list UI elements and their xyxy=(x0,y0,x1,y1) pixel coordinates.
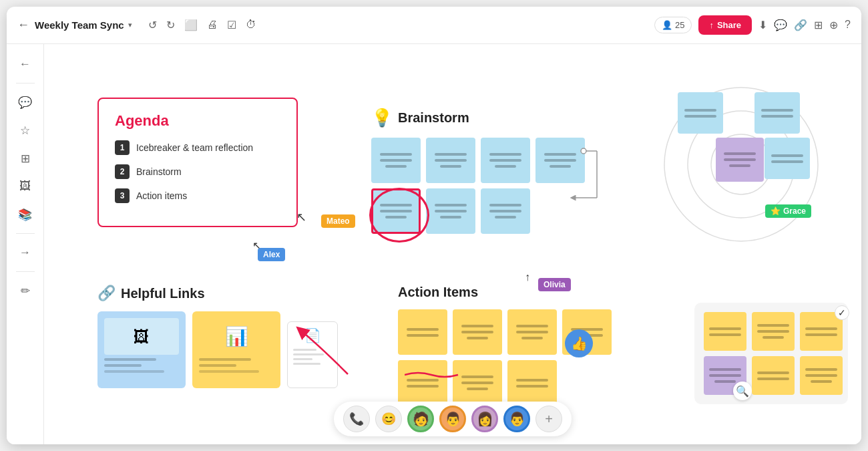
sidebar-grid-icon[interactable]: ⊞ xyxy=(13,146,37,170)
helpful-links-section: 🔗 Helpful Links 🖼 xyxy=(97,285,338,388)
panel-sticky-3[interactable]: ✓ xyxy=(800,312,843,351)
agenda-item-2: 2 Brainstorm xyxy=(115,164,280,179)
avatar-2[interactable]: 👨 xyxy=(439,406,466,432)
redo-icon[interactable]: ↻ xyxy=(166,19,175,31)
link-icon[interactable]: 🔗 xyxy=(794,19,807,31)
action-sticky[interactable] xyxy=(453,360,502,406)
share-button[interactable]: ↑ Share xyxy=(698,15,752,35)
main-area: ← 💬 ☆ ⊞ 🖼 📚 → ✏ Agenda 1 Icebreaker & te… xyxy=(7,44,861,444)
agenda-num-3: 3 xyxy=(115,188,130,203)
circle-sticky-purple[interactable] xyxy=(716,138,764,182)
bottom-bar: 📞 😊 🧑 👨 👩 👨 + xyxy=(334,402,572,436)
chat-icon[interactable]: 💬 xyxy=(774,19,787,31)
bulb-icon: 💡 xyxy=(371,108,393,128)
svg-point-3 xyxy=(581,148,586,154)
cursor-mateo-arrow: ↖ xyxy=(296,210,306,224)
circle-sticky-2[interactable] xyxy=(754,92,800,134)
sidebar-export-icon[interactable]: → xyxy=(13,241,37,265)
panel-sticky-4[interactable] xyxy=(752,356,795,395)
panel-sticky-5[interactable] xyxy=(800,356,843,395)
task-icon[interactable]: ☑ xyxy=(227,19,236,31)
agenda-item-1: 1 Icebreaker & team reflection xyxy=(115,140,280,155)
app-window: ← Weekly Team Sync ▾ ↺ ↻ ⬜ 🖨 ☑ ⏱ 👤 25 ↑ … xyxy=(7,7,861,444)
agenda-title: Agenda xyxy=(115,112,280,130)
user-count-number: 25 xyxy=(675,20,684,30)
brainstorm-title: 💡 Brainstorm xyxy=(371,108,618,128)
agenda-text-3: Action items xyxy=(136,190,187,201)
sticky-with-connector xyxy=(535,138,585,183)
agenda-num-1: 1 xyxy=(115,140,130,155)
sticky-note[interactable] xyxy=(426,188,475,234)
topbar-action-icons: ⬇ 💬 🔗 ⊞ ⊕ ? xyxy=(758,19,851,31)
undo-icon[interactable]: ↺ xyxy=(148,19,157,31)
empty-cell xyxy=(535,188,585,234)
canvas[interactable]: Agenda 1 Icebreaker & team reflection 2 … xyxy=(44,44,861,444)
sticky-note[interactable] xyxy=(426,138,475,183)
panel-sticky-purple[interactable]: 🔍 xyxy=(704,356,746,395)
sidebar-comments-icon[interactable]: 💬 xyxy=(13,90,37,114)
panel-sticky-2[interactable] xyxy=(752,312,795,351)
sidebar-pen-icon[interactable]: ✏ xyxy=(13,279,37,303)
circle-sticky-1[interactable] xyxy=(678,92,723,134)
action-sticky[interactable] xyxy=(507,360,557,406)
sidebar-star-icon[interactable]: ☆ xyxy=(13,118,37,142)
red-scribble-svg xyxy=(405,369,465,379)
sidebar-library-icon[interactable]: 📚 xyxy=(13,202,37,227)
grace-label: Grace xyxy=(783,206,806,216)
link-card-yellow[interactable]: 📊 xyxy=(192,311,280,388)
share-label: Share xyxy=(717,20,741,30)
frame-icon[interactable]: ⬜ xyxy=(184,19,198,31)
sticky-note[interactable] xyxy=(535,138,585,183)
action-sticky[interactable] xyxy=(398,360,447,406)
sidebar-back-icon[interactable]: ← xyxy=(13,52,37,76)
help-icon[interactable]: ? xyxy=(845,19,851,31)
phone-button[interactable]: 📞 xyxy=(343,406,370,432)
cursor-label-alex: Alex xyxy=(258,248,285,261)
zoom-icon[interactable]: 🔍 xyxy=(733,382,752,400)
topbar-right: 👤 25 ↑ Share ⬇ 💬 🔗 ⊞ ⊕ ? xyxy=(654,15,851,35)
grid-view-icon[interactable]: ⊞ xyxy=(814,19,823,31)
circle-sticky-blue-2[interactable] xyxy=(765,138,810,179)
agenda-text-1: Icebreaker & team reflection xyxy=(136,142,253,153)
pink-arrow-svg xyxy=(308,327,361,381)
empty-action-cell xyxy=(562,360,612,406)
sticky-note[interactable] xyxy=(481,188,530,234)
agenda-item-3: 3 Action items xyxy=(115,188,280,203)
avatar-1[interactable]: 🧑 xyxy=(407,406,434,432)
sticky-note[interactable] xyxy=(481,138,530,183)
thumbs-up-reaction[interactable]: 👍 xyxy=(565,329,593,357)
action-items-title: Action Items xyxy=(398,285,625,300)
action-sticky[interactable] xyxy=(398,309,447,355)
back-icon[interactable]: ← xyxy=(17,18,29,32)
print-icon[interactable]: 🖨 xyxy=(207,19,218,31)
sticky-note-highlighted[interactable] xyxy=(371,188,421,234)
emoji-button[interactable]: 😊 xyxy=(375,406,402,432)
add-user-button[interactable]: + xyxy=(535,406,562,432)
brainstorm-grid xyxy=(371,138,618,234)
action-sticky[interactable] xyxy=(507,309,557,355)
zoom-in-icon[interactable]: ⊕ xyxy=(829,19,838,31)
link-card-blue[interactable]: 🖼 xyxy=(97,311,186,388)
sidebar-image-icon[interactable]: 🖼 xyxy=(13,174,37,198)
left-sidebar: ← 💬 ☆ ⊞ 🖼 📚 → ✏ xyxy=(7,44,44,444)
agenda-text-2: Brainstorm xyxy=(136,166,182,177)
action-sticky[interactable] xyxy=(453,309,502,355)
dropdown-arrow[interactable]: ▾ xyxy=(128,21,132,29)
download-icon[interactable]: ⬇ xyxy=(758,19,767,31)
avatar-3[interactable]: 👩 xyxy=(471,406,498,432)
user-icon: 👤 xyxy=(662,20,672,30)
avatar-4[interactable]: 👨 xyxy=(503,406,530,432)
cursor-label-mateo: Mateo xyxy=(321,214,355,228)
action-items-title-text: Action Items xyxy=(398,285,478,300)
brainstorm-title-text: Brainstorm xyxy=(398,110,469,126)
sticky-note[interactable] xyxy=(371,138,421,183)
toolbar-icons: ↺ ↻ ⬜ 🖨 ☑ ⏱ xyxy=(148,19,256,31)
agenda-num-2: 2 xyxy=(115,164,130,179)
helpful-links-title-text: Helpful Links xyxy=(121,286,205,301)
brainstorm-section: 💡 Brainstorm xyxy=(371,108,618,234)
timer-icon[interactable]: ⏱ xyxy=(246,19,256,31)
panel-sticky-1[interactable] xyxy=(704,312,746,351)
agenda-card: Agenda 1 Icebreaker & team reflection 2 … xyxy=(97,98,298,227)
bottom-right-panel: ✓ 🔍 xyxy=(694,303,848,404)
helpful-links-title: 🔗 Helpful Links xyxy=(97,285,338,302)
